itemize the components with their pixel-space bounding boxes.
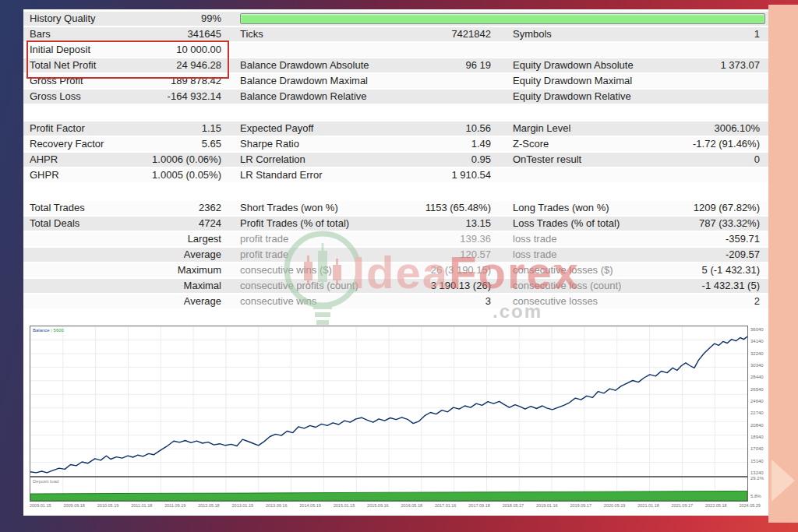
y-axis-value: 34140: [750, 339, 768, 344]
stat-value: 1.15: [202, 122, 221, 136]
stat-cell: Z-Score-1.72 (91.46%): [513, 137, 760, 151]
stat-label: Gross Profit: [30, 74, 83, 88]
chart-y-axis-labels: 3604034140322403034028440265402464022740…: [750, 327, 768, 475]
x-axis-date: 2016.05.18: [401, 503, 422, 508]
x-axis-date: 2021.01.18: [637, 503, 659, 508]
stat-cell: LR Correlation0.95: [240, 153, 491, 167]
stat-label: Loss Trades (% of total): [513, 217, 620, 231]
y-axis-value: 32240: [750, 351, 768, 356]
stat-cell: profit trade139.36: [240, 232, 491, 246]
x-axis-date: 2024.05.29: [739, 503, 761, 508]
stat-value: 3006.10%: [714, 122, 760, 136]
stat-label: Symbols: [513, 27, 552, 41]
stat-label: Short Trades (won %): [240, 201, 338, 215]
stat-cell: Balance Drawdown Maximal: [240, 74, 491, 88]
stat-cell: consecutive wins3: [240, 294, 491, 308]
stat-cell: AHPR1.0006 (0.06%): [30, 153, 221, 167]
stat-cell: Sharpe Ratio1.49: [240, 137, 491, 151]
stat-label: Margin Level: [513, 122, 570, 136]
x-axis-date: 2018.05.17: [503, 503, 524, 508]
stat-label: Sharpe Ratio: [240, 137, 299, 151]
stat-cell: Bars341645: [30, 27, 221, 41]
stat-label: Equity Drawdown Relative: [513, 90, 631, 104]
stat-label: consecutive profits (count): [240, 279, 358, 293]
stat-value: Largest: [188, 232, 221, 246]
stat-value: -209.57: [726, 248, 760, 262]
stat-label: LR Standard Error: [240, 168, 323, 182]
stat-label: Total Trades: [30, 201, 85, 215]
stat-label: Equity Drawdown Maximal: [513, 74, 632, 88]
report-block-trades: Total Trades2362Short Trades (won %)1153…: [23, 201, 768, 310]
stat-cell: OnTester result0: [513, 153, 760, 167]
stat-value: 5.65: [202, 137, 221, 151]
stat-value: 120.57: [460, 248, 491, 262]
stat-row: Maximalconsecutive profits (count)3 190.…: [23, 279, 768, 293]
stat-cell: loss trade-209.57: [513, 248, 760, 262]
stat-value: 26 (3 190.15): [431, 263, 491, 277]
stat-value: Maximal: [184, 279, 221, 293]
stat-label: Z-Score: [513, 137, 549, 151]
stat-label: consecutive losses: [513, 294, 598, 308]
stat-value: Average: [184, 248, 221, 262]
x-axis-date: 2019.09.17: [570, 503, 591, 508]
stat-value: 0: [754, 153, 760, 167]
stat-row: Largestprofit trade139.36loss trade-359.…: [23, 232, 768, 246]
stat-row: Total Net Profit24 946.28Balance Drawdow…: [23, 58, 768, 72]
report-block-ratios: Profit Factor1.15Expected Payoff10.56Mar…: [23, 122, 768, 184]
y-axis-value: 30340: [750, 363, 768, 368]
chart-x-axis-dates: 2009.01.152009.09.182010.05.192011.01.18…: [30, 503, 761, 508]
stat-value: 96 19: [465, 58, 491, 72]
stat-label: consecutive wins: [240, 294, 316, 308]
stat-label: Total Deals: [30, 217, 79, 231]
deposit-load-percent-top: 29.2%: [750, 476, 764, 481]
stat-cell: Margin Level3006.10%: [513, 122, 760, 136]
stat-label: Initial Deposit: [30, 43, 90, 57]
stat-cell: loss trade-359.71: [513, 232, 760, 246]
y-axis-value: 15140: [750, 459, 768, 463]
stat-label: consecutive losses ($): [513, 263, 613, 277]
stat-cell: GHPR1.0005 (0.05%): [30, 168, 221, 182]
x-axis-date: 2013.09.16: [266, 503, 288, 508]
x-axis-date: 2015.09.16: [367, 503, 389, 508]
stat-label: Profit Factor: [30, 122, 85, 136]
x-axis-date: 2009.09.18: [63, 503, 85, 508]
stat-cell: Expected Payoff10.56: [240, 122, 491, 136]
stat-row: Gross Loss-164 932.14Balance Drawdown Re…: [23, 90, 768, 104]
stat-label: Balance Drawdown Absolute: [240, 58, 369, 72]
stat-value: 2: [754, 294, 760, 308]
stat-cell: Total Net Profit24 946.28: [30, 58, 221, 72]
y-axis-value: 20840: [750, 423, 768, 428]
stat-row: Recovery Factor5.65Sharpe Ratio1.49Z-Sco…: [23, 137, 768, 151]
stat-cell: consecutive loss (count)-1 432.31 (5): [513, 279, 760, 293]
frame-arrow-decoration: [772, 460, 795, 502]
stat-value: -164 932.14: [168, 90, 221, 104]
stat-cell: Balance Drawdown Relative: [240, 90, 491, 104]
report-block-summary: History Quality99%Bars341645Ticks7421842…: [23, 12, 768, 105]
stat-cell: Short Trades (won %)1153 (65.48%): [240, 201, 491, 215]
stat-value: 787 (33.32%): [699, 217, 760, 231]
deposit-load-chart: Deposit load: [30, 477, 748, 502]
stat-cell: Initial Deposit10 000.00: [30, 43, 221, 57]
stat-cell: Gross Loss-164 932.14: [30, 90, 221, 104]
stat-row: Bars341645Ticks7421842Symbols1: [23, 27, 768, 41]
stat-label: OnTester result: [513, 153, 581, 167]
x-axis-date: 2019.01.16: [536, 503, 558, 508]
y-axis-value: 28440: [750, 375, 768, 379]
deposit-load-label: Deposit load: [33, 479, 58, 484]
stat-value: 341645: [188, 27, 221, 41]
stat-value: 1.0005 (0.05%): [152, 168, 221, 182]
deposit-load-area: [30, 491, 747, 501]
stat-label: Total Net Profit: [30, 58, 96, 72]
stat-cell: Profit Trades (% of total)13.15: [240, 217, 491, 231]
stat-cell: Largest: [30, 232, 221, 246]
stat-value: 1.49: [471, 137, 491, 151]
stat-row: Gross Profit189 878.42Balance Drawdown M…: [23, 74, 768, 88]
tester-report-panel: History Quality99%Bars341645Ticks7421842…: [23, 9, 768, 516]
x-axis-date: 2013.01.15: [232, 503, 254, 508]
stat-cell: Maximum: [30, 263, 221, 277]
stat-cell: Maximal: [30, 279, 221, 293]
stat-label: Balance Drawdown Relative: [240, 90, 367, 104]
y-axis-value: 24640: [750, 399, 768, 403]
stat-value: 189 878.42: [171, 74, 221, 88]
stat-value: 1.0006 (0.06%): [152, 153, 221, 167]
